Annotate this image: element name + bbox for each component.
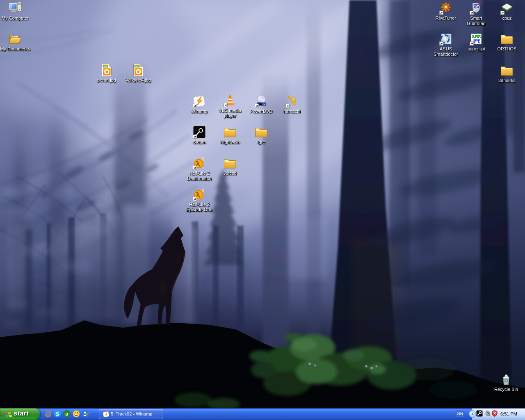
svg-text:SUPER: SUPER <box>472 34 482 39</box>
svg-text:μ: μ <box>65 411 68 416</box>
svg-text:S: S <box>56 411 59 417</box>
